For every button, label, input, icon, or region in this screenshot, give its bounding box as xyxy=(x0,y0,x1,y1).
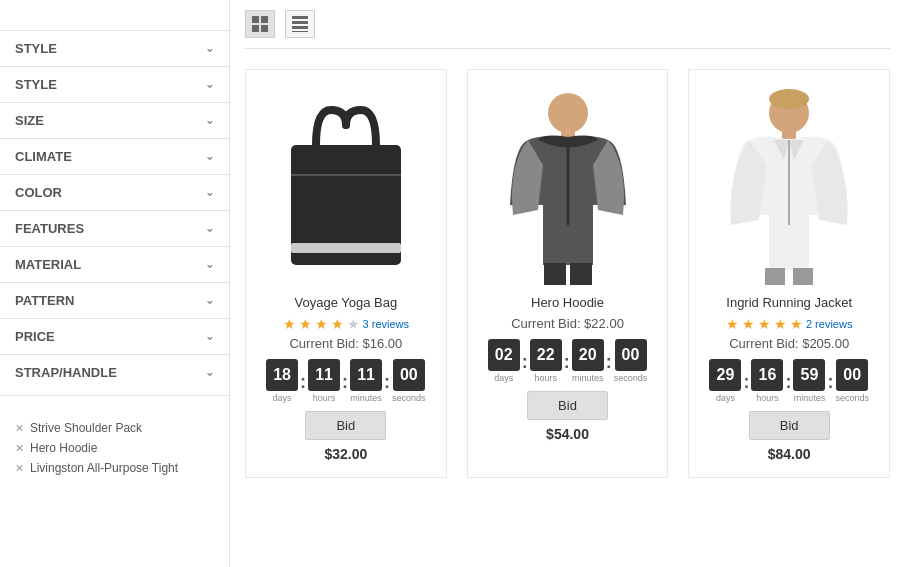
filter-material[interactable]: MATERIAL⌄ xyxy=(0,246,229,282)
time-separator: : xyxy=(522,352,528,383)
product-image xyxy=(488,85,648,285)
time-separator: : xyxy=(300,372,306,403)
compare-item-name: Strive Shoulder Pack xyxy=(30,421,142,435)
product-name: Ingrid Running Jacket xyxy=(726,295,852,310)
chevron-down-icon: ⌄ xyxy=(205,186,214,199)
product-name: Hero Hoodie xyxy=(531,295,604,310)
star-full-icon: ★ xyxy=(315,316,328,332)
filter-size[interactable]: SIZE⌄ xyxy=(0,102,229,138)
time-separator: : xyxy=(743,372,749,403)
time-separator: : xyxy=(342,372,348,403)
svg-rect-9 xyxy=(291,243,401,253)
remove-compare-icon[interactable]: ✕ xyxy=(15,462,24,475)
star-empty-icon: ★ xyxy=(347,316,360,332)
grid-view-button[interactable] xyxy=(245,10,275,38)
hours-label: hours xyxy=(756,393,779,403)
list-view-button[interactable] xyxy=(285,10,315,38)
chevron-down-icon: ⌄ xyxy=(205,258,214,271)
chevron-down-icon: ⌄ xyxy=(205,114,214,127)
filter-label: PATTERN xyxy=(15,293,74,308)
product-card: Ingrid Running Jacket ★★★★★ 2 reviews Cu… xyxy=(688,69,890,478)
compare-item: ✕Hero Hoodie xyxy=(15,441,214,455)
reviews-link[interactable]: 2 reviews xyxy=(806,318,852,330)
svg-rect-6 xyxy=(292,26,308,29)
seconds-label: seconds xyxy=(835,393,869,403)
remove-compare-icon[interactable]: ✕ xyxy=(15,442,24,455)
product-grid: Voyage Yoga Bag ★★★★★ 3 reviews Current … xyxy=(245,69,890,478)
days-label: days xyxy=(716,393,735,403)
bid-button[interactable]: Bid xyxy=(527,391,608,420)
current-bid: Current Bid: $205.00 xyxy=(729,336,849,351)
hours-digit: 22 xyxy=(530,339,562,371)
chevron-down-icon: ⌄ xyxy=(205,366,214,379)
filter-label: STYLE xyxy=(15,41,57,56)
product-stars: ★★★★★ 3 reviews xyxy=(283,316,409,332)
countdown-seconds: 00 seconds xyxy=(614,339,648,383)
svg-rect-5 xyxy=(292,21,308,24)
compare-item-name: Hero Hoodie xyxy=(30,441,97,455)
filter-pattern[interactable]: PATTERN⌄ xyxy=(0,282,229,318)
filter-climate[interactable]: CLIMATE⌄ xyxy=(0,138,229,174)
days-digit: 18 xyxy=(266,359,298,391)
days-label: days xyxy=(273,393,292,403)
bid-button[interactable]: Bid xyxy=(749,411,830,440)
product-card: Voyage Yoga Bag ★★★★★ 3 reviews Current … xyxy=(245,69,447,478)
minutes-label: minutes xyxy=(572,373,604,383)
countdown-seconds: 00 seconds xyxy=(392,359,426,403)
star-full-icon: ★ xyxy=(299,316,312,332)
chevron-down-icon: ⌄ xyxy=(205,294,214,307)
product-image xyxy=(266,85,426,285)
svg-rect-0 xyxy=(252,16,259,23)
countdown-timer: 18 days : 11 hours : 11 minutes : 00 sec… xyxy=(266,359,426,403)
filter-color[interactable]: COLOR⌄ xyxy=(0,174,229,210)
product-stars: ★★★★★ 2 reviews xyxy=(726,316,852,332)
shopping-options-title xyxy=(0,10,229,30)
compare-item: ✕Livingston All-Purpose Tight xyxy=(15,461,214,475)
countdown-minutes: 20 minutes xyxy=(572,339,604,383)
countdown-days: 02 days xyxy=(488,339,520,383)
seconds-digit: 00 xyxy=(836,359,868,391)
seconds-digit: 00 xyxy=(615,339,647,371)
buy-price: $54.00 xyxy=(546,426,589,442)
buy-price: $32.00 xyxy=(324,446,367,462)
filter-features[interactable]: FEATURES⌄ xyxy=(0,210,229,246)
time-separator: : xyxy=(606,352,612,383)
star-half-icon: ★ xyxy=(790,316,803,332)
bid-button[interactable]: Bid xyxy=(305,411,386,440)
filter-style1[interactable]: STYLE⌄ xyxy=(0,30,229,66)
svg-rect-3 xyxy=(261,25,268,32)
hours-label: hours xyxy=(313,393,336,403)
filter-label: COLOR xyxy=(15,185,62,200)
star-full-icon: ★ xyxy=(742,316,755,332)
hours-label: hours xyxy=(534,373,557,383)
filter-label: SIZE xyxy=(15,113,44,128)
hours-digit: 11 xyxy=(308,359,340,391)
countdown-days: 29 days xyxy=(709,359,741,403)
star-full-icon: ★ xyxy=(758,316,771,332)
days-digit: 29 xyxy=(709,359,741,391)
filter-price[interactable]: PRICE⌄ xyxy=(0,318,229,354)
countdown-hours: 11 hours xyxy=(308,359,340,403)
svg-rect-18 xyxy=(782,129,796,139)
chevron-down-icon: ⌄ xyxy=(205,330,214,343)
minutes-digit: 20 xyxy=(572,339,604,371)
svg-rect-14 xyxy=(544,263,566,285)
days-label: days xyxy=(494,373,513,383)
time-separator: : xyxy=(564,352,570,383)
seconds-digit: 00 xyxy=(393,359,425,391)
remove-compare-icon[interactable]: ✕ xyxy=(15,422,24,435)
reviews-link[interactable]: 3 reviews xyxy=(363,318,409,330)
days-digit: 02 xyxy=(488,339,520,371)
compare-item-name: Livingston All-Purpose Tight xyxy=(30,461,178,475)
filter-label: MATERIAL xyxy=(15,257,81,272)
filter-style2[interactable]: STYLE⌄ xyxy=(0,66,229,102)
filter-straphandle[interactable]: STRAP/HANDLE⌄ xyxy=(0,354,229,390)
countdown-timer: 02 days : 22 hours : 20 minutes : 00 sec… xyxy=(488,339,648,383)
minutes-label: minutes xyxy=(794,393,826,403)
svg-rect-15 xyxy=(570,263,592,285)
svg-rect-7 xyxy=(292,31,308,32)
seconds-label: seconds xyxy=(614,373,648,383)
compare-section: ✕Strive Shoulder Pack✕Hero Hoodie✕Living… xyxy=(0,395,229,496)
countdown-hours: 22 hours xyxy=(530,339,562,383)
svg-rect-4 xyxy=(292,16,308,19)
